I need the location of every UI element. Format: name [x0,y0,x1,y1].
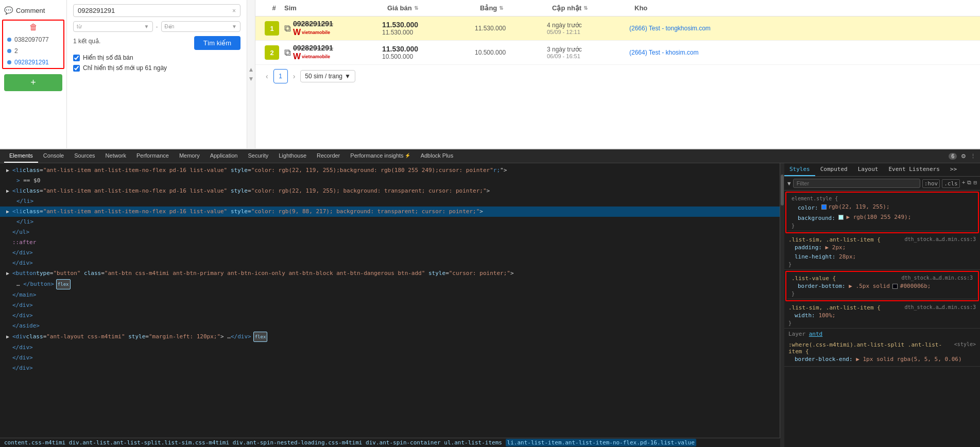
dom-line[interactable]: </li> [0,217,780,227]
devtools-tab-network[interactable]: Network [100,149,131,163]
color-swatch[interactable] [892,284,898,289]
search-button[interactable]: Tìm kiếm [194,36,240,50]
devtools-tab-lighthouse[interactable]: Lighthouse [273,149,312,163]
dom-line[interactable]: ▶ <li class="ant-list-item ant-list-item… [0,186,780,196]
show-new-checkbox[interactable] [73,65,80,72]
devtools-tab-performance-insights[interactable]: Performance insights ⚡ [345,149,415,163]
dom-line[interactable]: </aside> [0,321,780,331]
color-swatch[interactable] [838,215,844,220]
devtools-tab-memory[interactable]: Memory [174,149,205,163]
sidebar-item-2[interactable]: 2 [3,45,63,57]
copy-styles-icon[interactable]: ⧉ [967,179,971,188]
devtools-tab-security[interactable]: Security [243,149,273,163]
dom-line[interactable]: </div> [0,248,780,258]
more-icon[interactable]: ⋮ [970,153,976,160]
styles-tab-more[interactable]: >> [945,163,962,176]
kho-link[interactable]: (2664) Test - khosim.com [629,49,699,56]
devtools-tab-console[interactable]: Console [38,149,69,163]
styles-tab-styles[interactable]: Styles [784,163,815,176]
devtools-scrollbar[interactable] [780,163,784,447]
search-input[interactable] [78,7,232,14]
settings-icon[interactable]: ⚙ [961,153,966,160]
dom-line-selected[interactable]: ▶ <li class="ant-list-item ant-list-item… [0,207,780,217]
dom-line[interactable]: ▶ <div class="ant-layout css-m4timi" sty… [0,331,780,342]
scroll-down-icon[interactable]: ▼ [248,75,254,82]
row-price-col: 11.530.000 10.500.000 [382,45,475,60]
color-swatch[interactable] [821,204,827,210]
filter-to-select[interactable]: Đến ▼ [161,21,241,32]
devtools-tab-elements[interactable]: Elements [4,149,38,163]
dom-line[interactable]: </div> [0,258,780,268]
breadcrumb-item-active[interactable]: li.ant-list-item.ant-list-item-no-flex.p… [506,439,696,446]
copy-icon[interactable]: ⧉ [284,23,291,34]
styles-selector: .list-sim, .ant-list-item { [788,236,881,243]
kho-link[interactable]: (2666) Test - tongkhosim.com [629,25,711,32]
styles-tab-layout[interactable]: Layout [853,163,884,176]
devtools-tab-recorder[interactable]: Recorder [312,149,345,163]
list-value-section-outline: .list-value { dth_stock.a…d.min.css:3 bo… [785,271,979,301]
sort-icon[interactable]: ⇅ [414,5,418,11]
dom-line[interactable]: … </button>flex [0,279,780,290]
page-prev-button[interactable]: ‹ [264,70,270,82]
dom-line[interactable]: </ul> [0,227,780,237]
sort-icon[interactable]: ⇅ [583,5,588,11]
prop-val: ▶ .5px solid #000006b; [849,282,931,291]
add-style-icon[interactable]: + [962,179,966,188]
dom-line[interactable]: </main> [0,290,780,300]
row-capnhat-col: 3 ngày trước 06/09 - 16:51 [547,46,629,59]
breadcrumb-item[interactable]: content.css-m4timi [4,439,65,446]
dom-line[interactable]: </div> [0,363,780,373]
devtools-icons-group: 6 ⚙ ⋮ [949,153,976,160]
copy-icon[interactable]: ⧉ [284,47,291,58]
devtools-tab-performance[interactable]: Performance [131,149,174,163]
styles-filter-input[interactable] [793,179,920,188]
dom-line[interactable]: ▶ <li class="ant-list-item ant-list-item… [0,165,780,176]
page-next-button[interactable]: › [291,70,298,82]
styles-element-style: element.style { color: rgb(22, 119, 255)… [787,194,977,231]
toggle-styles-icon[interactable]: ⊟ [973,179,977,188]
breadcrumb-item[interactable]: div.ant-spin-nested-loading.css-m4timi [233,439,363,446]
cls-toggle[interactable]: .cls [942,179,960,188]
pseudo-toggle[interactable]: :hov [922,179,940,188]
prop-val: rgb(22, 119, 255); [821,202,889,212]
page-1-button[interactable]: 1 [273,69,288,83]
breadcrumb-item[interactable]: ul.ant-list-items [444,439,502,446]
scrollbar-thumb[interactable] [781,175,784,205]
dom-line[interactable]: </div> [0,300,780,311]
layer-label: Layer [788,331,809,337]
breadcrumb-item[interactable]: div.ant-spin-container [366,439,441,446]
clear-button[interactable]: × [232,7,236,14]
styles-tab-event-listeners[interactable]: Event Listeners [883,163,944,176]
devtools-tab-adblock[interactable]: Adblock Plus [416,149,459,163]
devtools-tab-application[interactable]: Application [205,149,243,163]
per-page-select[interactable]: 50 sim / trang ▼ [300,70,355,82]
comment-icon: 💬 [4,6,13,14]
filter-from-select[interactable]: từ ▼ [73,21,153,32]
show-sold-checkbox[interactable] [73,55,80,61]
prop-name: width: [795,312,815,319]
sidebar-add-button[interactable]: + [4,74,62,91]
network-name: vietnamobile [302,54,330,59]
dom-line[interactable]: ::after [0,237,780,248]
dom-tag: </div> [12,259,33,268]
dom-line[interactable]: </div> [0,342,780,353]
scroll-up-icon[interactable]: ▲ [248,66,254,73]
dom-line[interactable]: > == $0 [0,176,780,186]
chevron-down-icon: ▼ [232,24,237,29]
dom-line[interactable]: </li> [0,196,780,207]
layer-link[interactable]: antd [809,331,823,337]
styles-tab-computed[interactable]: Computed [815,163,853,176]
prop-val: ▶ rgb(180 255 249); [838,213,911,222]
price-main: 11.530.000 [382,21,475,29]
breadcrumb-item[interactable]: div.ant-list.ant-list-split.list-sim.css… [69,439,229,446]
sidebar-item-0382097077[interactable]: 0382097077 [3,34,63,45]
dom-line[interactable]: </div> [0,353,780,363]
dom-line[interactable]: </div> [0,311,780,321]
sidebar-item-0928291291[interactable]: 0928291291 [3,57,63,68]
sort-icon[interactable]: ⇅ [499,5,503,11]
dom-line[interactable]: ▶ <button type="button" class="ant-btn c… [0,268,780,279]
dom-attrs: class="ant-list-item ant-list-item-no-fl… [23,207,479,216]
delete-button[interactable]: 🗑 [29,23,38,32]
devtools-tab-sources[interactable]: Sources [69,149,100,163]
sim-number: 0928291291 [293,20,333,28]
